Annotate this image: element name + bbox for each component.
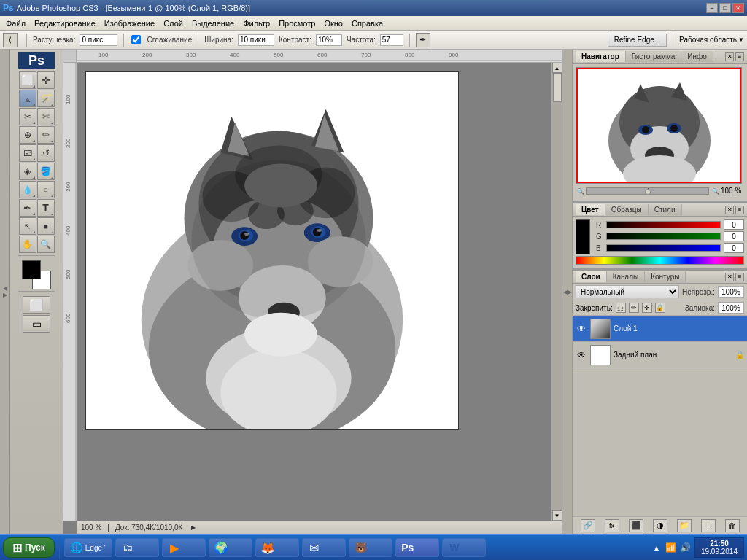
left-panel-collapse[interactable]: ◀▶ — [0, 50, 10, 534]
tab-color[interactable]: Цвет — [576, 204, 605, 215]
taskbar-mail-button[interactable]: ✉ — [302, 538, 346, 557]
pen-tool[interactable]: ✒ — [19, 199, 36, 217]
zoom-in-icon[interactable]: 🔍 — [712, 188, 718, 194]
contrast-input[interactable] — [316, 34, 342, 46]
width-input[interactable] — [238, 34, 274, 46]
taskbar-chrome-button[interactable]: 🌍 — [209, 538, 252, 557]
taskbar-ie-button[interactable]: 🌐 Edge ' — [64, 538, 112, 557]
taskbar-media-button[interactable]: ▶ — [162, 538, 206, 557]
taskbar-explorer-button[interactable]: 🗂 — [115, 538, 159, 557]
lasso-tool[interactable]: ⟁ — [19, 90, 36, 107]
maximize-button[interactable]: □ — [719, 3, 731, 13]
layer-1-visibility-toggle[interactable]: 👁 — [576, 323, 587, 335]
path-select-tool[interactable]: ↖ — [19, 217, 36, 235]
stamp-tool[interactable]: 🖃 — [19, 144, 36, 162]
layer-link-button[interactable]: 🔗 — [581, 519, 595, 532]
pen-pressure-icon[interactable]: ✒ — [416, 33, 430, 47]
menu-view[interactable]: Просмотр — [274, 18, 320, 29]
blur-tool[interactable]: 💧 — [19, 181, 36, 198]
layer-mask-button[interactable]: ⬛ — [629, 519, 643, 532]
menu-help[interactable]: Справка — [347, 18, 387, 29]
color-close-button[interactable]: ✕ — [725, 206, 734, 214]
layer-fx-button[interactable]: fx — [605, 519, 619, 532]
layers-close-button[interactable]: ✕ — [725, 273, 734, 281]
zoom-out-icon[interactable]: 🔍 — [577, 188, 583, 194]
lock-pixels-icon[interactable]: ✏ — [629, 303, 639, 313]
vertical-scrollbar[interactable]: ▲ ▼ — [551, 63, 562, 521]
volume-icon[interactable]: 🔊 — [680, 542, 692, 553]
navigator-close-button[interactable]: ✕ — [725, 52, 734, 61]
menu-edit[interactable]: Редактирование — [30, 18, 100, 29]
g-slider[interactable] — [606, 233, 721, 240]
foreground-color-swatch[interactable] — [22, 260, 41, 279]
layer-delete-button[interactable]: 🗑 — [725, 519, 740, 532]
clock-area[interactable]: 21:50 19.09.2014 — [694, 537, 744, 558]
taskbar-firefox-button[interactable]: 🦊 — [255, 538, 299, 557]
layer-bg-visibility-toggle[interactable]: 👁 — [576, 349, 587, 361]
marquee-tool[interactable]: ⬜ — [19, 71, 36, 89]
r-slider[interactable] — [606, 221, 721, 228]
navigator-menu-button[interactable]: ≡ — [735, 52, 744, 61]
scroll-track[interactable] — [552, 73, 562, 510]
feather-input[interactable] — [80, 34, 117, 46]
menu-select[interactable]: Выделение — [187, 18, 239, 29]
scroll-down-arrow[interactable]: ▼ — [552, 510, 562, 521]
lock-position-icon[interactable]: ✛ — [642, 303, 652, 313]
tab-navigator[interactable]: Навигатор — [576, 51, 626, 62]
shape-tool[interactable]: ■ — [37, 217, 55, 235]
navigator-view-frame[interactable] — [576, 68, 741, 183]
screen-mode-button[interactable]: ▭ — [23, 315, 50, 332]
close-button[interactable]: ✕ — [732, 3, 744, 13]
tray-arrow-icon[interactable]: ▲ — [651, 542, 662, 553]
heal-tool[interactable]: ⊕ — [19, 126, 36, 144]
menu-filter[interactable]: Фильтр — [239, 18, 274, 29]
history-brush-tool[interactable]: ↺ — [37, 144, 55, 162]
frequency-input[interactable] — [380, 34, 403, 46]
dodge-tool[interactable]: ○ — [37, 181, 55, 198]
right-panel-collapse[interactable]: ◀▶ — [562, 50, 572, 534]
start-button[interactable]: ⊞ Пуск — [3, 537, 55, 558]
taskbar-word-button[interactable]: W — [442, 538, 486, 557]
layer-adjustment-button[interactable]: ◑ — [653, 519, 667, 532]
blend-mode-select[interactable]: Нормальный — [576, 285, 679, 298]
smooth-checkbox[interactable] — [131, 35, 141, 44]
tab-channels[interactable]: Каналы — [607, 271, 646, 282]
lock-transparent-icon[interactable]: ⬚ — [616, 303, 626, 313]
zoom-tool[interactable]: 🔍 — [37, 236, 55, 253]
taskbar-ps-button[interactable]: Ps — [395, 538, 439, 557]
layer-group-button[interactable]: 📁 — [677, 519, 692, 532]
slice-tool[interactable]: ✄ — [37, 108, 55, 125]
tab-layers[interactable]: Слои — [576, 271, 607, 282]
minimize-button[interactable]: − — [706, 3, 718, 13]
scroll-thumb[interactable] — [553, 73, 562, 102]
lock-all-icon[interactable]: 🔒 — [655, 303, 665, 313]
tab-swatches[interactable]: Образцы — [605, 204, 649, 215]
menu-window[interactable]: Окно — [320, 18, 347, 29]
menu-image[interactable]: Изображение — [100, 18, 159, 29]
move-tool[interactable]: ✛ — [37, 71, 55, 89]
type-tool[interactable]: T — [37, 199, 55, 217]
status-advance-arrow[interactable]: ▶ — [191, 524, 196, 531]
magic-wand-tool[interactable]: 🪄 — [37, 90, 55, 107]
main-color-swatch[interactable] — [576, 219, 590, 254]
scroll-up-arrow[interactable]: ▲ — [552, 63, 562, 73]
color-spectrum-bar[interactable] — [576, 256, 744, 265]
color-menu-button[interactable]: ≡ — [735, 206, 744, 214]
b-slider[interactable] — [606, 244, 721, 252]
menu-file[interactable]: Файл — [1, 18, 30, 29]
layer-new-button[interactable]: + — [701, 519, 716, 532]
tab-paths[interactable]: Контуры — [645, 271, 686, 282]
fill-tool[interactable]: 🪣 — [37, 163, 55, 180]
refine-edge-button[interactable]: Refine Edge... — [608, 34, 667, 47]
quick-mask-button[interactable]: ⬜ — [23, 296, 50, 314]
brush-tool[interactable]: ✏ — [37, 126, 55, 144]
layer-item-background[interactable]: 👁 Задний план 🔒 — [573, 342, 747, 368]
crop-tool[interactable]: ✂ — [19, 108, 36, 125]
layers-menu-button[interactable]: ≡ — [735, 273, 744, 281]
hand-tool[interactable]: ✋ — [19, 236, 36, 253]
tab-styles[interactable]: Стили — [649, 204, 682, 215]
network-icon[interactable]: 📶 — [665, 542, 677, 553]
tab-info[interactable]: Инфо — [681, 51, 713, 62]
eraser-tool[interactable]: ◈ — [19, 163, 36, 180]
work-area-btn[interactable]: Рабочая область ▼ — [679, 36, 744, 44]
